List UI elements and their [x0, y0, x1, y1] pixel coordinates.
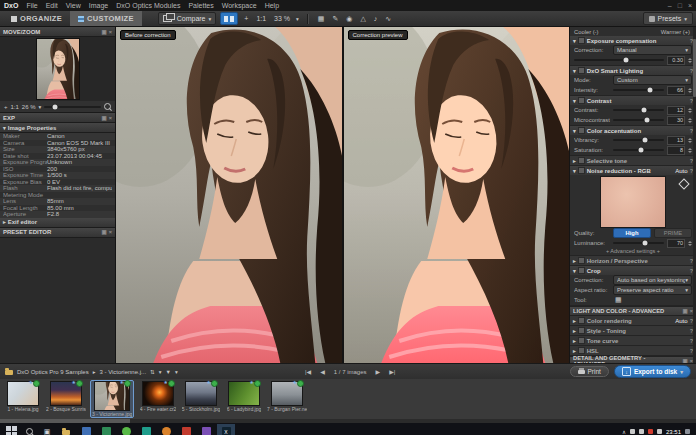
luminance-slider[interactable]: [613, 242, 664, 244]
crop-section-header[interactable]: ▾ Crop ?: [570, 266, 696, 275]
taskbar-app-icon[interactable]: [97, 424, 115, 435]
tone-curve-section-header[interactable]: ▸ Tone curve ?: [570, 336, 696, 345]
slider-knob[interactable]: [641, 108, 646, 113]
enable-checkbox[interactable]: [578, 97, 585, 104]
exposure-slider[interactable]: [574, 59, 664, 61]
preset-editor-header[interactable]: PRESET EDITOR ▣ ×: [0, 228, 115, 238]
aspect-ratio-dropdown[interactable]: Preserve aspect ratio ▾: [613, 285, 692, 295]
crop-tool-icon[interactable]: ▦: [316, 15, 327, 23]
tray-icon[interactable]: [639, 429, 644, 434]
exposure-palette-header[interactable]: EXP ▣ ×: [0, 113, 115, 123]
selective-tone-section-header[interactable]: ▸ Selective tone ?: [570, 156, 696, 165]
scrollbar-thumb[interactable]: [0, 419, 130, 423]
zoom-caret-icon[interactable]: ▾: [296, 16, 299, 22]
enable-checkbox[interactable]: [578, 347, 585, 354]
stepper-up-icon[interactable]: [688, 241, 692, 243]
close-palette-icon[interactable]: ×: [109, 29, 112, 35]
dock-icon[interactable]: ▣: [683, 308, 688, 314]
enable-checkbox[interactable]: [578, 157, 585, 164]
taskbar-app-icon[interactable]: [117, 424, 135, 435]
hsl-section-header[interactable]: ▸ HSL ?: [570, 346, 696, 355]
start-button-icon[interactable]: [3, 424, 19, 435]
contrast-section-header[interactable]: ▾ Contrast ?: [570, 96, 696, 105]
tray-icon[interactable]: [657, 429, 662, 434]
first-image-icon[interactable]: |◀: [305, 368, 311, 375]
filmstrip-thumbnail[interactable]: ★ 7 - Burgan Pier.nef: [268, 382, 306, 412]
slider-knob[interactable]: [645, 118, 650, 123]
stepper-up-icon[interactable]: [688, 108, 692, 110]
filter-caret-icon[interactable]: ▾: [175, 369, 178, 375]
stepper-down-icon[interactable]: [688, 121, 692, 123]
slider-knob[interactable]: [639, 148, 644, 153]
detail-geometry-advanced-header[interactable]: DETAIL AND GEOMETRY - ADVANCED ▣ ×: [570, 356, 696, 363]
search-icon[interactable]: [21, 424, 37, 435]
magnifier-icon[interactable]: [104, 103, 111, 110]
zoom-in-icon[interactable]: +: [4, 104, 8, 110]
close-icon[interactable]: ×: [688, 2, 692, 9]
dock-icon[interactable]: ▣: [102, 115, 107, 121]
saturation-slider[interactable]: [613, 149, 664, 151]
stepper-up-icon[interactable]: [688, 138, 692, 140]
task-view-icon[interactable]: ▣: [39, 424, 55, 435]
menu-image[interactable]: Image: [89, 2, 108, 9]
tab-customize[interactable]: CUSTOMIZE: [70, 11, 142, 26]
contrast-value[interactable]: 12: [667, 106, 685, 115]
contrast-slider[interactable]: [613, 109, 664, 111]
taskbar-app-icon[interactable]: [197, 424, 215, 435]
exif-editor-header[interactable]: ▸ Exif editor: [0, 218, 115, 228]
color-rendering-section-header[interactable]: ▸ Color rendering Auto ?: [570, 316, 696, 325]
zoom-fit-button[interactable]: 1:1: [254, 15, 268, 22]
last-image-icon[interactable]: ▶|: [389, 368, 395, 375]
action-center-icon[interactable]: [685, 429, 690, 434]
saturation-value[interactable]: 8: [667, 146, 685, 155]
enable-checkbox[interactable]: [578, 67, 585, 74]
filter-icon[interactable]: ▼: [165, 369, 170, 375]
stepper-down-icon[interactable]: [688, 91, 692, 93]
zoom-fit-label[interactable]: 1:1: [11, 104, 19, 110]
caret-right-icon[interactable]: ▸: [573, 338, 576, 344]
menu-view[interactable]: View: [66, 2, 81, 9]
caret-right-icon[interactable]: ▸: [573, 328, 576, 334]
breadcrumb-current[interactable]: 3 - Victorienne.j...: [99, 369, 146, 375]
next-image-icon[interactable]: ▶: [376, 368, 381, 375]
previous-image-icon[interactable]: ◀: [320, 368, 325, 375]
auto-badge[interactable]: Auto: [675, 168, 687, 174]
slider-knob[interactable]: [642, 138, 647, 143]
enable-checkbox[interactable]: [578, 167, 585, 174]
star-icon[interactable]: ★: [120, 379, 124, 385]
export-to-disk-button[interactable]: ↓ Export to disk ▾: [614, 365, 691, 378]
smart-lighting-section-header[interactable]: ▾ DxO Smart Lighting ?: [570, 66, 696, 75]
noise-reduction-section-header[interactable]: ▾ Noise reduction - RGB Auto ?: [570, 166, 696, 175]
compare-button[interactable]: Compare ▾: [158, 12, 217, 25]
taskbar-app-icon[interactable]: [177, 424, 195, 435]
minimize-icon[interactable]: –: [668, 2, 672, 9]
enable-checkbox[interactable]: [578, 37, 585, 44]
menu-palettes[interactable]: Palettes: [188, 2, 213, 9]
intensity-slider[interactable]: [613, 89, 664, 91]
move-tool-icon[interactable]: +: [242, 15, 250, 22]
caret-down-icon[interactable]: ▾: [573, 38, 576, 44]
taskbar-clock[interactable]: 23:51: [666, 429, 681, 435]
exposure-correction-dropdown[interactable]: Manual ▾: [613, 45, 692, 55]
advanced-settings-toggle[interactable]: + Advanced settings +: [570, 248, 696, 255]
crop-correction-dropdown[interactable]: Auto based on keystoning / horiz ▾: [613, 275, 692, 285]
filmstrip-thumbnail-selected[interactable]: ★ 3 - Victorienne.jpg: [90, 380, 134, 418]
stepper-up-icon[interactable]: [688, 148, 692, 150]
dust-removal-tool-icon[interactable]: ✎: [330, 15, 340, 23]
export-caret-icon[interactable]: ▾: [680, 369, 683, 375]
filmstrip-thumbnail[interactable]: ★ 1 - Helena.jpg: [4, 382, 42, 412]
exposure-section-header[interactable]: ▾ Exposure compensation ?: [570, 36, 696, 45]
stepper-down-icon[interactable]: [688, 61, 692, 63]
exposure-value[interactable]: 0.30: [667, 56, 685, 65]
zoom-slider-knob[interactable]: [52, 104, 57, 109]
intensity-value[interactable]: 66: [667, 86, 685, 95]
dock-icon[interactable]: ▣: [102, 229, 107, 235]
menu-dxo-optics-modules[interactable]: DxO Optics Modules: [116, 2, 180, 9]
taskbar-app-icon[interactable]: [137, 424, 155, 435]
slider-knob[interactable]: [642, 241, 647, 246]
filmstrip-thumbnail[interactable]: ★ 5 - Stockholm.jpg: [182, 382, 220, 412]
vibrancy-value[interactable]: 13: [667, 136, 685, 145]
caret-down-icon[interactable]: ▾: [573, 98, 576, 104]
star-icon[interactable]: ★: [250, 379, 254, 385]
stepper-up-icon[interactable]: [688, 58, 692, 60]
